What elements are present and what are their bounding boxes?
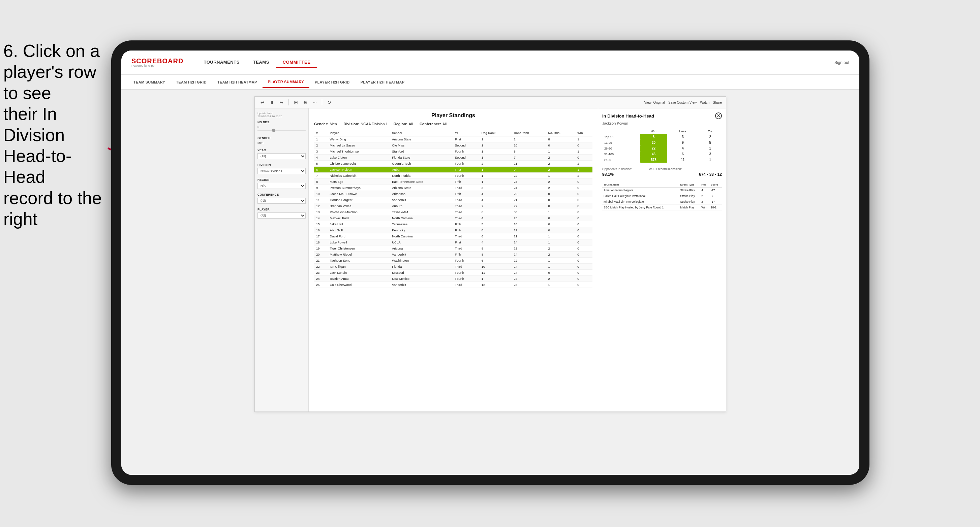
nav-committee[interactable]: COMMITTEE xyxy=(276,57,317,68)
cell-reg: 4 xyxy=(480,191,512,197)
h2h-tournaments-body: Amer Ari Intercollegiate Stroke Play 4 -… xyxy=(602,187,722,211)
refresh-button[interactable]: ↻ xyxy=(326,98,333,106)
zoom-in-button[interactable]: ⊕ xyxy=(302,98,309,106)
cell-rds: 0 xyxy=(546,191,575,197)
cell-win: 0 xyxy=(575,252,592,258)
cell-win: 0 xyxy=(575,209,592,215)
no-rds-label: No Rds. xyxy=(258,121,305,124)
save-custom-view-button[interactable]: Save Custom View xyxy=(668,101,697,105)
subnav-player-h2h-heatmap[interactable]: PLAYER H2H HEATMAP xyxy=(355,77,410,87)
cell-player: Ian Gilligan xyxy=(328,264,390,270)
slider-track xyxy=(258,130,305,131)
table-row[interactable]: 9 Preston Summerhays Arizona State Third… xyxy=(314,185,592,191)
table-row[interactable]: 22 Ian Gilligan Florida Third 10 24 1 0 xyxy=(314,264,592,270)
cell-range: >100 xyxy=(602,157,640,163)
share-button[interactable]: Share xyxy=(713,101,722,105)
table-row[interactable]: 21 Taehoon Song Washington Fourth 6 22 1… xyxy=(314,258,592,264)
cell-rds: 0 xyxy=(546,227,575,233)
cell-player: Cole Sherwood xyxy=(328,282,390,288)
cell-yr: Third xyxy=(453,197,480,203)
cell-num: 14 xyxy=(314,215,328,221)
cell-win: 0 xyxy=(575,270,592,276)
table-row[interactable]: 23 Jack Lundin Missouri Fourth 11 24 0 0 xyxy=(314,270,592,276)
table-row[interactable]: 4 Luke Claton Florida State Second 1 7 2… xyxy=(314,155,592,160)
h2h-header: In Division Head-to-Head ✕ xyxy=(602,113,722,119)
table-row[interactable]: 5 Christo Lamprecht Georgia Tech Fourth … xyxy=(314,160,592,167)
table-row[interactable]: 18 Luke Powell UCLA First 4 24 1 0 xyxy=(314,240,592,246)
table-row[interactable]: 25 Cole Sherwood Vanderbilt Third 12 23 … xyxy=(314,282,592,288)
cell-reg: 8 xyxy=(480,227,512,233)
col-player: Player xyxy=(328,130,390,137)
cell-reg: 11 xyxy=(480,270,512,276)
table-row[interactable]: 2 Michael La Sasso Ole Miss Second 1 10 … xyxy=(314,143,592,149)
redo-button[interactable]: ↪ xyxy=(278,98,285,106)
cell-school: Georgia Tech xyxy=(390,160,453,167)
division-select[interactable]: NCAA Division I xyxy=(258,168,305,174)
year-select[interactable]: (All) xyxy=(258,153,305,159)
subnav-team-summary[interactable]: TEAM SUMMARY xyxy=(128,77,170,87)
cell-player: Alex Goff xyxy=(328,227,390,233)
cell-player: Mats Ege xyxy=(328,179,390,185)
h2h-title: In Division Head-to-Head xyxy=(602,113,654,119)
cell-school: Texas A&M xyxy=(390,209,453,215)
table-row[interactable]: 24 Bastien Amat New Mexico Fourth 1 27 2… xyxy=(314,276,592,282)
slider-thumb[interactable] xyxy=(272,129,275,132)
watch-button[interactable]: Watch xyxy=(700,101,710,105)
more-button[interactable]: ··· xyxy=(311,98,318,106)
cell-score: 18-1 xyxy=(710,205,722,211)
cell-h2h-loss: 3 xyxy=(667,134,698,140)
cell-rds: 1 xyxy=(546,264,575,270)
table-row[interactable]: 14 Maxwell Ford North Carolina Third 4 2… xyxy=(314,215,592,221)
table-row[interactable]: 6 Jackson Koivun Auburn First 1 9 2 1 xyxy=(314,167,592,173)
table-row[interactable]: 10 Jacob Mou-Disowe Arkansas Fifth 4 25 … xyxy=(314,191,592,197)
redo-pause-button[interactable]: ⏸ xyxy=(268,98,276,106)
table-row[interactable]: 12 Brendan Valles Auburn Third 7 27 0 0 xyxy=(314,203,592,209)
table-row[interactable]: 15 Jake Hall Tennessee Fifth 5 18 0 0 xyxy=(314,221,592,227)
player-select[interactable]: (All) xyxy=(258,213,305,219)
cell-win: 0 xyxy=(575,215,592,221)
table-row[interactable]: 20 Matthew Riedel Vanderbilt Fifth 8 24 … xyxy=(314,252,592,258)
conference-select[interactable]: (All) xyxy=(258,198,305,204)
cell-yr: Third xyxy=(453,215,480,221)
subnav-team-h2h-grid[interactable]: TEAM H2H GRID xyxy=(170,77,212,87)
no-rds-slider[interactable] xyxy=(258,129,305,132)
logo-subtitle: Powered by clippi xyxy=(131,64,183,67)
cell-win: 0 xyxy=(575,233,592,240)
cell-conf: 21 xyxy=(512,160,546,167)
region-select[interactable]: N/A xyxy=(258,183,305,189)
table-row[interactable]: 16 Alex Goff Kentucky Fifth 8 19 0 0 xyxy=(314,227,592,233)
sign-out-button[interactable]: Sign out xyxy=(834,60,849,65)
cell-h2h-tie: 5 xyxy=(698,140,722,146)
cell-win: 0 xyxy=(575,246,592,252)
subnav-player-h2h-grid[interactable]: PLAYER H2H GRID xyxy=(309,77,355,87)
table-row[interactable]: 19 Tiger Christensen Arizona Third 8 23 … xyxy=(314,246,592,252)
table-row[interactable]: 17 David Ford North Carolina Third 6 21 … xyxy=(314,233,592,240)
subnav-team-h2h-heatmap[interactable]: TEAM H2H HEATMAP xyxy=(212,77,262,87)
nav-teams[interactable]: TEAMS xyxy=(247,57,276,68)
table-row[interactable]: 13 Phichaksn Maichon Texas A&M Third 6 3… xyxy=(314,209,592,215)
cell-win: 2 xyxy=(575,173,592,179)
subnav-player-summary[interactable]: PLAYER SUMMARY xyxy=(262,76,309,88)
filter-button[interactable]: ⊞ xyxy=(292,98,300,106)
nav-tournaments[interactable]: TOURNAMENTS xyxy=(197,57,246,68)
h2h-close-button[interactable]: ✕ xyxy=(715,113,722,119)
tournament-row: SEC Match Play Hosted by Jerry Pate Roun… xyxy=(602,205,722,211)
cell-rds: 2 xyxy=(546,276,575,282)
cell-event-type: Stroke Play xyxy=(679,193,700,199)
pbi-toolbar: ↩ ⏸ ↪ ⊞ ⊕ ··· ↻ View: Original Save Cust… xyxy=(255,97,726,108)
cell-yr: Fourth xyxy=(453,276,480,282)
table-row[interactable]: 3 Michael Thorbjornsen Stanford Fourth 1… xyxy=(314,149,592,155)
h2h-ranking-row: 51-100 46 6 3 xyxy=(602,151,722,157)
view-original-button[interactable]: View: Original xyxy=(644,101,665,105)
cell-num: 18 xyxy=(314,240,328,246)
table-row[interactable]: 7 Nicholas Gabrelcik North Florida Fourt… xyxy=(314,173,592,179)
table-row[interactable]: 8 Mats Ege East Tennessee State Fifth 1 … xyxy=(314,179,592,185)
table-row[interactable]: 11 Gordon Sargent Vanderbilt Third 4 21 … xyxy=(314,197,592,203)
instruction-text: 6. Click on a player's row to see their … xyxy=(0,40,105,230)
cell-rds: 0 xyxy=(546,221,575,227)
undo-button[interactable]: ↩ xyxy=(259,98,266,106)
cell-conf: 18 xyxy=(512,221,546,227)
filter-player: Player (All) xyxy=(258,208,305,219)
report-area: Update time: 27/03/2024 16:56:26 No Rds.… xyxy=(255,108,726,411)
table-row[interactable]: 1 Wenyi Ding Arizona State First 1 1 8 1 xyxy=(314,137,592,143)
